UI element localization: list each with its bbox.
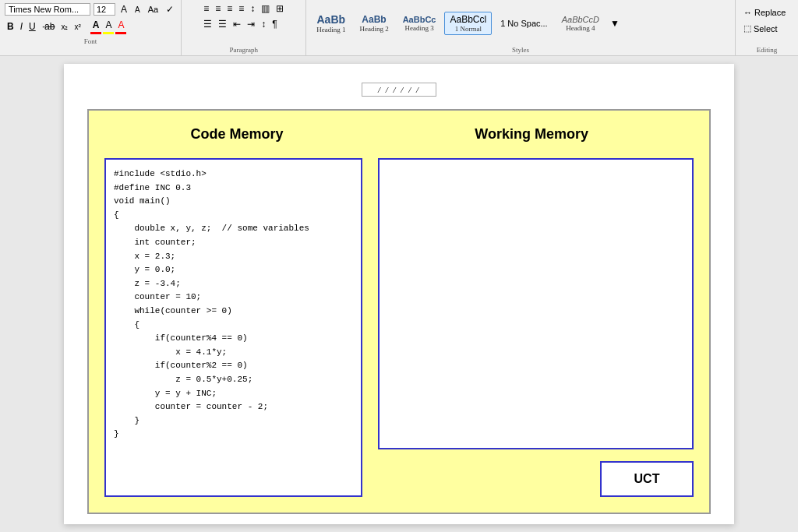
paragraph-section: ≡ ≡ ≡ ≡ ↕ ▥ ⊞ ☰ ☰ ⇤ ⇥ ↕ ¶ Paragraph bbox=[182, 0, 306, 55]
code-memory-title: Code Memory bbox=[191, 126, 284, 142]
paragraph-row2: ☰ ☰ ⇤ ⇥ ↕ ¶ bbox=[201, 17, 286, 31]
style-nospace[interactable]: 1 No Spac... bbox=[495, 16, 553, 30]
strikethrough-button[interactable]: ·ab bbox=[40, 20, 58, 33]
select-icon: ⬚ bbox=[743, 23, 751, 33]
code-line: while(counter >= 0) bbox=[114, 305, 353, 319]
paragraph-section-label: Paragraph bbox=[229, 44, 257, 54]
code-line: if(counter%4 == 0) bbox=[114, 332, 353, 346]
style-normal[interactable]: AaBbCcl 1 Normal bbox=[444, 12, 492, 35]
style-heading4[interactable]: AaBbCcD Heading 4 bbox=[556, 12, 605, 34]
uct-button[interactable]: UCT bbox=[600, 461, 694, 497]
font-name-input[interactable] bbox=[5, 3, 90, 16]
style-heading1-label: Heading 1 bbox=[316, 26, 345, 33]
document-area: / / / / / / Code Memory Working Memory #… bbox=[0, 56, 798, 532]
working-memory-box bbox=[378, 158, 694, 449]
styles-section-label: Styles bbox=[311, 44, 730, 54]
font-color2-button[interactable]: A bbox=[115, 19, 126, 31]
code-line: if(counter%2 == 0) bbox=[114, 359, 353, 373]
style-normal-preview: AaBbCcl bbox=[450, 14, 486, 25]
increase-indent-button[interactable]: ⇥ bbox=[245, 18, 257, 30]
editing-section: ↔ Replace ⬚ Select Editing bbox=[736, 0, 798, 55]
font-section: A A Aa ✓ B I U ·ab x₂ x² A A A bbox=[0, 0, 182, 55]
align-left-button[interactable]: ≡ bbox=[201, 2, 211, 15]
sort-button[interactable]: ↕ bbox=[259, 18, 268, 30]
font-size-input[interactable] bbox=[94, 3, 115, 16]
code-line: counter = counter - 2; bbox=[114, 400, 353, 414]
select-button[interactable]: ⬚ Select bbox=[740, 22, 793, 35]
code-line: void main() bbox=[114, 195, 353, 209]
bold-button[interactable]: B bbox=[5, 20, 16, 33]
styles-more-button[interactable]: ▼ bbox=[608, 17, 622, 30]
code-line: y = 0.0; bbox=[114, 263, 353, 277]
change-case-button[interactable]: Aa bbox=[146, 4, 161, 15]
italic-button[interactable]: I bbox=[18, 20, 25, 33]
superscript-button[interactable]: x² bbox=[72, 22, 83, 32]
numbering-button[interactable]: ☰ bbox=[216, 18, 229, 30]
style-heading3-label: Heading 3 bbox=[404, 24, 433, 32]
font-color2-container: A bbox=[115, 19, 126, 34]
code-box: #include <stdio.h> #define INC 0.3 void … bbox=[104, 158, 362, 497]
font-row2: B I U ·ab x₂ x² A A A bbox=[5, 17, 176, 36]
code-line: counter = 10; bbox=[114, 291, 353, 305]
code-line: double x, y, z; // some variables bbox=[114, 222, 353, 236]
align-center-button[interactable]: ≡ bbox=[213, 2, 223, 15]
content-main-row: #include <stdio.h> #define INC 0.3 void … bbox=[104, 158, 694, 497]
clear-format-button[interactable]: ✓ bbox=[164, 3, 176, 16]
show-hide-button[interactable]: ¶ bbox=[270, 18, 279, 30]
shading-button[interactable]: ▥ bbox=[259, 2, 272, 15]
code-line: y = y + INC; bbox=[114, 387, 353, 401]
style-heading2[interactable]: AaBb Heading 2 bbox=[354, 12, 394, 35]
select-label: Select bbox=[754, 24, 778, 33]
code-memory-title-container: Code Memory bbox=[104, 126, 369, 143]
style-heading4-preview: AaBbCcD bbox=[562, 15, 599, 24]
content-header-row: Code Memory Working Memory bbox=[104, 126, 694, 143]
document-page: / / / / / / Code Memory Working Memory #… bbox=[64, 64, 734, 524]
shrink-font-button[interactable]: A bbox=[132, 5, 143, 15]
style-heading3[interactable]: AaBbCc Heading 3 bbox=[397, 12, 442, 34]
font-color2-indicator bbox=[115, 32, 126, 34]
grow-font-button[interactable]: A bbox=[118, 3, 129, 16]
line-spacing-button[interactable]: ↕ bbox=[248, 2, 257, 15]
toolbar: A A Aa ✓ B I U ·ab x₂ x² A A A bbox=[0, 0, 798, 56]
scroll-stub: / / / / / / bbox=[87, 79, 711, 101]
style-normal-label: 1 Normal bbox=[455, 25, 482, 33]
code-line: { bbox=[114, 209, 353, 223]
borders-button[interactable]: ⊞ bbox=[274, 2, 286, 15]
highlight-container: A bbox=[103, 19, 114, 34]
font-color-button[interactable]: A bbox=[90, 19, 102, 31]
bullets-button[interactable]: ☰ bbox=[201, 18, 214, 30]
font-row1: A A Aa ✓ bbox=[5, 2, 176, 17]
font-section-label: Font bbox=[5, 37, 176, 45]
align-justify-button[interactable]: ≡ bbox=[236, 2, 246, 15]
style-heading2-label: Heading 2 bbox=[359, 25, 388, 33]
code-line: int counter; bbox=[114, 236, 353, 250]
style-heading1-preview: AaBb bbox=[317, 13, 346, 26]
replace-icon: ↔ bbox=[743, 8, 752, 17]
style-heading3-preview: AaBbCc bbox=[403, 15, 436, 24]
code-line: z = -3.4; bbox=[114, 277, 353, 291]
code-line: #include <stdio.h> bbox=[114, 167, 353, 181]
highlight-indicator bbox=[103, 32, 114, 34]
replace-button[interactable]: ↔ Replace bbox=[740, 6, 793, 19]
underline-button[interactable]: U bbox=[26, 20, 38, 33]
uct-button-row: UCT bbox=[600, 461, 694, 497]
code-line: { bbox=[114, 319, 353, 333]
paragraph-row1: ≡ ≡ ≡ ≡ ↕ ▥ ⊞ bbox=[201, 2, 286, 16]
content-box: Code Memory Working Memory #include <std… bbox=[87, 109, 711, 514]
highlight-button[interactable]: A bbox=[103, 19, 114, 31]
style-nospace-preview: 1 No Spac... bbox=[500, 19, 548, 28]
working-memory-panel: UCT bbox=[378, 158, 694, 497]
working-memory-title: Working Memory bbox=[475, 126, 588, 142]
align-right-button[interactable]: ≡ bbox=[224, 2, 235, 15]
decrease-indent-button[interactable]: ⇤ bbox=[231, 18, 243, 30]
styles-section: AaBb Heading 1 AaBb Heading 2 AaBbCc Hea… bbox=[306, 0, 736, 55]
font-color-indicator bbox=[90, 32, 101, 34]
scroll-indicator: / / / / / / bbox=[362, 83, 436, 97]
code-line: x = 4.1*y; bbox=[114, 346, 353, 360]
subscript-button[interactable]: x₂ bbox=[58, 22, 70, 32]
styles-row: AaBb Heading 1 AaBb Heading 2 AaBbCc Hea… bbox=[311, 2, 730, 44]
code-line: x = 2.3; bbox=[114, 250, 353, 264]
style-heading1[interactable]: AaBb Heading 1 bbox=[311, 11, 351, 36]
replace-label: Replace bbox=[754, 8, 786, 17]
code-memory-panel: #include <stdio.h> #define INC 0.3 void … bbox=[104, 158, 362, 497]
